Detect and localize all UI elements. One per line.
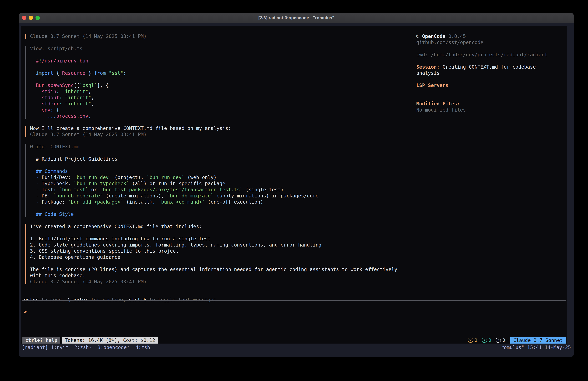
message-block: View: script/db.ts #!/usr/bin/env bun im… [25, 45, 412, 119]
minimize-button[interactable] [29, 16, 33, 20]
terminal-line: ...process.env, [30, 113, 412, 119]
terminal-line: Session: Creating CONTEXT.md for codebas… [416, 64, 566, 70]
terminal-line: ## Commands [30, 168, 412, 174]
message-accent-bar [25, 34, 26, 39]
terminal-line [416, 45, 566, 52]
terminal-line: 3. CSS styling conventions specific to t… [30, 248, 412, 254]
terminal-line: View: script/db.ts [30, 45, 412, 52]
terminal-line [30, 260, 412, 266]
terminal-line: No modified files [416, 107, 566, 113]
terminal-line: I've created a comprehensive CONTEXT.md … [30, 224, 412, 230]
terminal-line: #!/usr/bin/env bun [30, 58, 412, 64]
desktop-background: { "window": { "title": "[2/3] radiant:3:… [0, 0, 588, 381]
prompt-symbol: > [24, 309, 27, 314]
terminal-line: stderr: "inherit", [30, 101, 412, 107]
window-titlebar[interactable]: [2/3] radiant:3:opencode - "romulus" [19, 13, 574, 23]
terminal-line: Modified Files: [416, 101, 566, 107]
terminal-line: 4. Database operations guidance [30, 254, 412, 260]
fullscreen-button[interactable] [36, 16, 40, 20]
terminal-line: stdout: "inherit", [30, 95, 412, 101]
terminal-line [30, 230, 412, 236]
opencode-screen: Claude 3.7 Sonnet (14 May 2025 03:41 PM)… [21, 26, 567, 344]
message-block: I've created a comprehensive CONTEXT.md … [25, 224, 412, 285]
tmux-session-name: [radiant] [22, 344, 51, 350]
tmux-window-3[interactable]: 3:opencode* [98, 344, 136, 350]
close-button[interactable] [22, 16, 26, 20]
terminal-line: - Package: `bun add <package>` (install)… [30, 199, 412, 205]
input-separator [22, 300, 566, 301]
terminal-line: github.com/sst/opencode [416, 39, 566, 45]
terminal-line: with this codebase. [30, 272, 412, 279]
tokens-cost-chip: Tokens: 16.4K (8%), Cost: $0.12 [62, 337, 158, 344]
terminal-line: Claude 3.7 Sonnet (14 May 2025 03:41 PM) [30, 132, 412, 137]
terminal-line: Claude 3.7 Sonnet (14 May 2025 03:41 PM) [30, 279, 412, 285]
terminal-line [30, 205, 412, 211]
info-counter: i0 [482, 337, 491, 343]
tmux-status-bar: [radiant] 1:nvim 2:zsh- 3:opencode* 4:zs… [19, 344, 574, 351]
warning-counter: w0 [468, 337, 477, 343]
tmux-window-2[interactable]: 2:zsh- [74, 344, 98, 350]
terminal-line [416, 76, 566, 82]
terminal-line [30, 76, 412, 82]
terminal-line [30, 150, 412, 156]
terminal-line [416, 89, 566, 95]
warning-count: 0 [475, 337, 477, 343]
message-accent-bar [25, 46, 26, 119]
prompt-input[interactable]: > [24, 309, 566, 328]
terminal-line: - Build/Dev: `bun run dev` (project), `b… [30, 174, 412, 180]
terminal-line: 1. Build/lint/test commands including ho… [30, 236, 412, 242]
terminal-line [30, 162, 412, 168]
diagnostic-counters: w0i0h0 [468, 337, 505, 343]
message-accent-bar [25, 224, 26, 284]
message-block: Write: CONTEXT.md # Radiant Project Guid… [25, 144, 412, 217]
tmux-window-4[interactable]: 4:zsh [135, 344, 150, 350]
hint-counter: h0 [496, 337, 505, 343]
terminal-line: The file is concise (20 lines) and captu… [30, 266, 412, 272]
terminal-line: # Radiant Project Guidelines [30, 156, 412, 162]
model-chip[interactable]: Claude 3.7 Sonnet [510, 337, 566, 344]
warning-icon: w [468, 337, 473, 343]
terminal-line: import { Resource } from "sst"; [30, 70, 412, 76]
window-title: [2/3] radiant:3:opencode - "romulus" [258, 15, 334, 20]
terminal-line: stdin: "inherit", [30, 89, 412, 95]
terminal-line: 2. Code style guidelines covering import… [30, 242, 412, 248]
message-block: Claude 3.7 Sonnet (14 May 2025 03:41 PM) [25, 33, 412, 39]
terminal-line: - TypeCheck: `bun run typecheck` (all) o… [30, 180, 412, 187]
message-accent-bar [25, 126, 26, 137]
terminal-line [30, 64, 412, 70]
terminal-line: Bun.spawnSync([`psql`], { [30, 82, 412, 89]
keyboard-hints: enter to send, \+enter for newline, ctrl… [24, 297, 216, 303]
chat-log: Claude 3.7 Sonnet (14 May 2025 03:41 PM)… [25, 33, 412, 291]
terminal-line: - DB: `bun db generate` (create migratio… [30, 193, 412, 199]
terminal-line: env: { [30, 107, 412, 113]
hint-icon: h [496, 337, 501, 343]
terminal-line [416, 58, 566, 64]
terminal-window: [2/3] radiant:3:opencode - "romulus" Cla… [19, 13, 574, 357]
terminal-line: LSP Servers [416, 82, 566, 89]
terminal-line [416, 95, 566, 101]
info-count: 0 [488, 337, 491, 343]
status-bar: ctrl+? help Tokens: 16.4K (8%), Cost: $0… [21, 337, 567, 344]
traffic-lights [22, 13, 40, 23]
terminal-line: Claude 3.7 Sonnet (14 May 2025 03:41 PM) [30, 33, 412, 39]
hint-count: 0 [502, 337, 505, 343]
help-shortcut-chip: ctrl+? help [22, 337, 60, 344]
terminal-line: cwd: /home/thdxr/dev/projects/radiant/ra… [416, 52, 566, 58]
terminal-line [30, 52, 412, 58]
terminal-line: © OpenCode 0.0.45 [416, 33, 566, 39]
tmux-window-list: [radiant] 1:nvim 2:zsh- 3:opencode* 4:zs… [22, 344, 150, 350]
tmux-session-info: "romulus" 15:41 14-May-25 [498, 344, 571, 350]
message-accent-bar [25, 144, 26, 217]
terminal-line: ## Code Style [30, 211, 412, 217]
terminal-line: Write: CONTEXT.md [30, 144, 412, 150]
session-sidebar: © OpenCode 0.0.45github.com/sst/opencode… [416, 33, 566, 113]
info-icon: i [482, 337, 487, 343]
terminal-line: Now I'll create a comprehensive CONTEXT.… [30, 125, 412, 132]
terminal-line: - Test: `bun test` or `bun test packages… [30, 187, 412, 193]
tmux-window-1[interactable]: 1:nvim [51, 344, 74, 350]
terminal-line: analysis [416, 70, 566, 76]
message-block: Now I'll create a comprehensive CONTEXT.… [25, 125, 412, 137]
